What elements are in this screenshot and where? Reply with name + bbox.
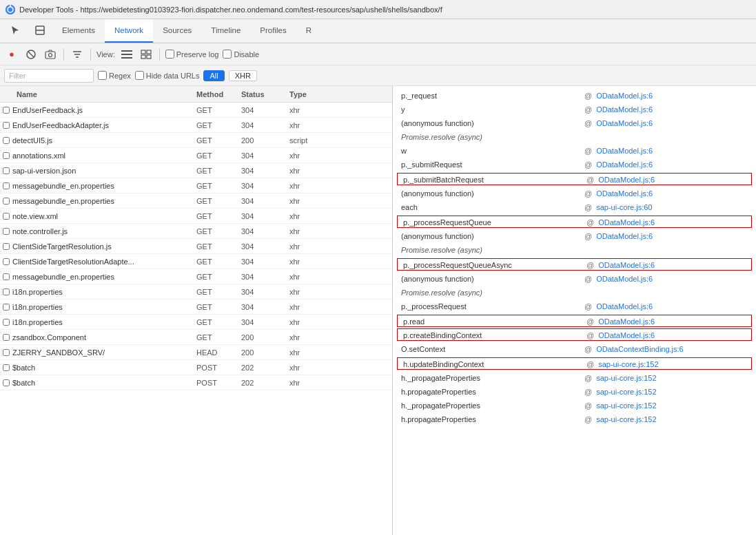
tab-profiles[interactable]: Profiles xyxy=(250,19,296,43)
tab-r[interactable]: R xyxy=(296,19,321,43)
row-checkbox-7[interactable] xyxy=(0,213,12,220)
stack-trace-row[interactable]: h.propagateProperties@sap-ui-core.js:152 xyxy=(393,412,756,426)
stack-trace-row[interactable]: h.updateBindingContext@sap-ui-core.js:15… xyxy=(397,357,752,370)
table-row[interactable]: messagebundle_en.properties GET 304 xhr xyxy=(0,269,392,284)
table-row[interactable]: ClientSideTargetResolutionAdapte... GET … xyxy=(0,254,392,269)
stack-file-link-13[interactable]: ODataModel.js:6 xyxy=(596,272,653,286)
table-row[interactable]: EndUserFeedback.js GET 304 xhr xyxy=(0,103,392,118)
row-checkbox-6[interactable] xyxy=(0,198,12,204)
regex-label[interactable]: Regex xyxy=(98,71,131,80)
table-row[interactable]: $batch POST 202 xhr xyxy=(0,360,392,375)
tab-sources[interactable]: Sources xyxy=(153,19,201,43)
stack-trace-row[interactable]: (anonymous function)@ODataModel.js:6 xyxy=(393,116,756,130)
regex-checkbox[interactable] xyxy=(98,71,107,80)
row-checkbox-9[interactable] xyxy=(0,243,12,250)
stack-file-link-21[interactable]: sap-ui-core.js:152 xyxy=(596,385,656,399)
stack-trace-row[interactable]: Promise.resolve (async) xyxy=(393,130,756,144)
hide-data-urls-checkbox[interactable] xyxy=(135,71,144,80)
table-row[interactable]: i18n.properties GET 304 xhr xyxy=(0,284,392,300)
record-button[interactable]: ● xyxy=(4,47,19,62)
stack-trace-row[interactable]: h.propagateProperties@sap-ui-core.js:152 xyxy=(393,385,756,399)
row-checkbox-3[interactable] xyxy=(0,152,12,159)
row-checkbox-5[interactable] xyxy=(0,182,12,189)
stack-trace-row[interactable]: h._propagateProperties@sap-ui-core.js:15… xyxy=(393,399,756,412)
stack-file-link-15[interactable]: ODataModel.js:6 xyxy=(596,300,653,313)
stack-file-link-9[interactable]: ODataModel.js:6 xyxy=(598,216,655,229)
stack-trace-row[interactable]: p._processRequestQueueAsync@ODataModel.j… xyxy=(397,258,752,271)
row-checkbox-4[interactable] xyxy=(0,167,12,174)
hide-data-urls-label[interactable]: Hide data URLs xyxy=(135,71,200,80)
table-row[interactable]: note.controller.js GET 304 xhr xyxy=(0,224,392,239)
stack-file-link-2[interactable]: ODataModel.js:6 xyxy=(596,116,653,130)
stack-file-link-8[interactable]: sap-ui-core.js:60 xyxy=(596,200,652,214)
stack-trace-row[interactable]: (anonymous function)@ODataModel.js:6 xyxy=(393,187,756,200)
clear-button[interactable] xyxy=(23,47,39,62)
stack-trace-row[interactable]: p._request@ODataModel.js:6 xyxy=(393,89,756,103)
stack-trace-row[interactable]: p._processRequest@ODataModel.js:6 xyxy=(393,300,756,313)
preserve-log-label[interactable]: Preserve log xyxy=(165,50,219,59)
stack-trace-row[interactable]: (anonymous function)@ODataModel.js:6 xyxy=(393,229,756,243)
stack-file-link-6[interactable]: ODataModel.js:6 xyxy=(598,174,655,186)
row-checkbox-12[interactable] xyxy=(0,289,12,295)
table-row[interactable]: $batch POST 202 xhr xyxy=(0,375,392,390)
table-row[interactable]: messagebundle_en.properties GET 304 xhr xyxy=(0,193,392,209)
stack-file-link-5[interactable]: ODataModel.js:6 xyxy=(596,158,653,171)
stack-file-link-22[interactable]: sap-ui-core.js:152 xyxy=(596,399,656,412)
stack-trace-row[interactable]: each@sap-ui-core.js:60 xyxy=(393,200,756,214)
stack-file-link-12[interactable]: ODataModel.js:6 xyxy=(598,259,655,271)
filter-button[interactable] xyxy=(70,47,85,62)
stack-file-link-0[interactable]: ODataModel.js:6 xyxy=(596,89,653,103)
camera-button[interactable] xyxy=(43,47,58,62)
row-checkbox-1[interactable] xyxy=(0,122,12,129)
table-row[interactable]: annotations.xml GET 304 xhr xyxy=(0,148,392,163)
tab-network[interactable]: Network xyxy=(105,19,153,43)
view-list-button[interactable] xyxy=(119,47,134,62)
tab-timeline[interactable]: Timeline xyxy=(201,19,250,43)
table-row[interactable]: EndUserFeedbackAdapter.js GET 304 xhr xyxy=(0,118,392,133)
disable-cache-label[interactable]: Disable xyxy=(223,50,259,59)
stack-file-link-16[interactable]: ODataModel.js:6 xyxy=(598,315,655,328)
disable-cache-checkbox[interactable] xyxy=(223,50,232,59)
table-row[interactable]: ZJERRY_SANDBOX_SRV/ HEAD 200 xhr xyxy=(0,345,392,360)
row-checkbox-8[interactable] xyxy=(0,228,12,235)
row-checkbox-18[interactable] xyxy=(0,379,12,386)
stack-file-link-4[interactable]: ODataModel.js:6 xyxy=(596,144,653,158)
stack-trace-row[interactable]: p._submitBatchRequest@ODataModel.js:6 xyxy=(397,173,752,185)
stack-trace-row[interactable]: Promise.resolve (async) xyxy=(393,286,756,300)
stack-trace-row[interactable]: p._submitRequest@ODataModel.js:6 xyxy=(393,158,756,171)
stack-file-link-10[interactable]: ODataModel.js:6 xyxy=(596,229,653,243)
row-checkbox-15[interactable] xyxy=(0,334,12,341)
stack-file-link-19[interactable]: sap-ui-core.js:152 xyxy=(598,358,658,370)
stack-trace-row[interactable]: p.createBindingContext@ODataModel.js:6 xyxy=(397,328,752,341)
row-checkbox-13[interactable] xyxy=(0,304,12,311)
view-tree-button[interactable] xyxy=(139,47,154,62)
stack-trace-row[interactable]: (anonymous function)@ODataModel.js:6 xyxy=(393,272,756,286)
stack-file-link-1[interactable]: ODataModel.js:6 xyxy=(596,103,653,116)
stack-trace-row[interactable]: y@ODataModel.js:6 xyxy=(393,103,756,116)
preserve-log-checkbox[interactable] xyxy=(165,50,174,59)
table-row[interactable]: zsandbox.Component GET 200 xhr xyxy=(0,330,392,345)
table-row[interactable]: messagebundle_en.properties GET 304 xhr xyxy=(0,178,392,193)
table-row[interactable]: i18n.properties GET 304 xhr xyxy=(0,315,392,330)
stack-file-link-23[interactable]: sap-ui-core.js:152 xyxy=(596,412,656,426)
row-checkbox-10[interactable] xyxy=(0,258,12,265)
row-checkbox-0[interactable] xyxy=(0,107,12,114)
stack-trace-row[interactable]: p.read@ODataModel.js:6 xyxy=(397,315,752,327)
stack-file-link-7[interactable]: ODataModel.js:6 xyxy=(596,187,653,200)
row-checkbox-11[interactable] xyxy=(0,273,12,280)
tab-cursor[interactable] xyxy=(3,19,28,43)
filter-input[interactable] xyxy=(4,69,94,83)
row-checkbox-2[interactable] xyxy=(0,137,12,144)
tab-elements[interactable]: Elements xyxy=(52,19,105,43)
table-row[interactable]: detectUI5.js GET 200 script xyxy=(0,133,392,148)
filter-xhr-button[interactable]: XHR xyxy=(229,70,257,81)
stack-file-link-18[interactable]: ODataContextBinding.js:6 xyxy=(596,342,684,356)
stack-trace-row[interactable]: Promise.resolve (async) xyxy=(393,243,756,257)
stack-trace-row[interactable]: w@ODataModel.js:6 xyxy=(393,144,756,158)
stack-file-link-17[interactable]: ODataModel.js:6 xyxy=(598,329,655,342)
stack-trace-row[interactable]: p._processRequestQueue@ODataModel.js:6 xyxy=(397,216,752,228)
tab-dock[interactable] xyxy=(28,19,52,43)
stack-trace-row[interactable]: O.setContext@ODataContextBinding.js:6 xyxy=(393,342,756,356)
stack-file-link-20[interactable]: sap-ui-core.js:152 xyxy=(596,371,656,385)
table-row[interactable]: ClientSideTargetResolution.js GET 304 xh… xyxy=(0,239,392,254)
